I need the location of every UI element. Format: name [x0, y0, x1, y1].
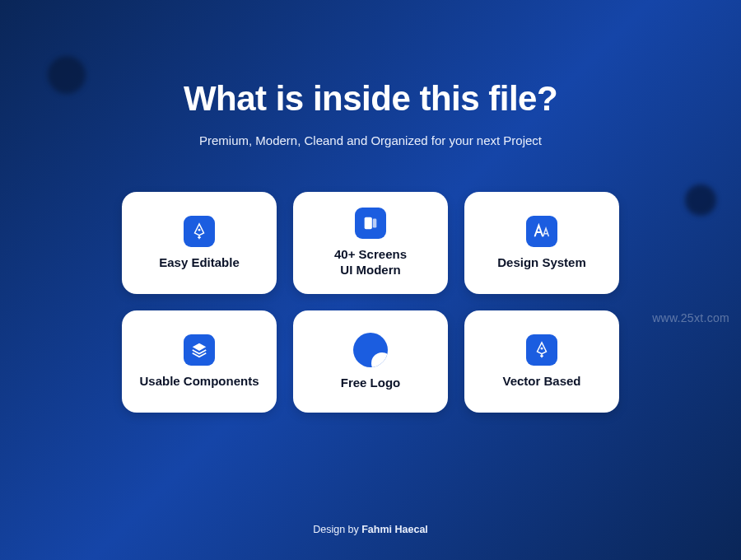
feature-label: Usable Components — [139, 374, 259, 390]
logo-circle-icon — [353, 333, 388, 367]
feature-card-logo: Free Logo — [293, 310, 448, 413]
svg-point-0 — [198, 228, 201, 231]
feature-label: 40+ Screens UI Modern — [334, 247, 407, 278]
feature-label: Free Logo — [341, 376, 401, 391]
svg-rect-2 — [373, 219, 377, 228]
svg-point-3 — [541, 347, 543, 349]
layers-icon — [184, 334, 215, 366]
page-subtitle: Premium, Modern, Cleand and Organized fo… — [199, 133, 542, 147]
feature-card-vector: Vector Based — [464, 310, 619, 413]
feature-card-screens: 40+ Screens UI Modern — [293, 192, 448, 294]
svg-rect-1 — [365, 217, 372, 230]
pen-tool-icon — [184, 216, 215, 247]
footer-credit: Design by Fahmi Haecal — [0, 524, 741, 535]
pen-tool-icon — [526, 334, 557, 366]
main-container: What is inside this file? Premium, Moder… — [0, 0, 741, 560]
footer-prefix: Design by — [313, 524, 361, 535]
feature-label: Design System — [497, 255, 586, 271]
features-grid: Easy Editable 40+ Screens UI Modern Desi… — [122, 192, 619, 413]
feature-label: Vector Based — [502, 374, 580, 390]
screens-icon — [355, 208, 386, 239]
typography-icon — [526, 216, 557, 247]
watermark-text: www.25xt.com — [652, 311, 729, 324]
feature-label: Easy Editable — [159, 255, 240, 271]
feature-card-easy-editable: Easy Editable — [122, 192, 277, 294]
feature-card-components: Usable Components — [122, 310, 277, 413]
footer-author: Fahmi Haecal — [361, 524, 428, 535]
feature-card-design-system: Design System — [464, 192, 619, 294]
page-title: What is inside this file? — [184, 79, 557, 119]
